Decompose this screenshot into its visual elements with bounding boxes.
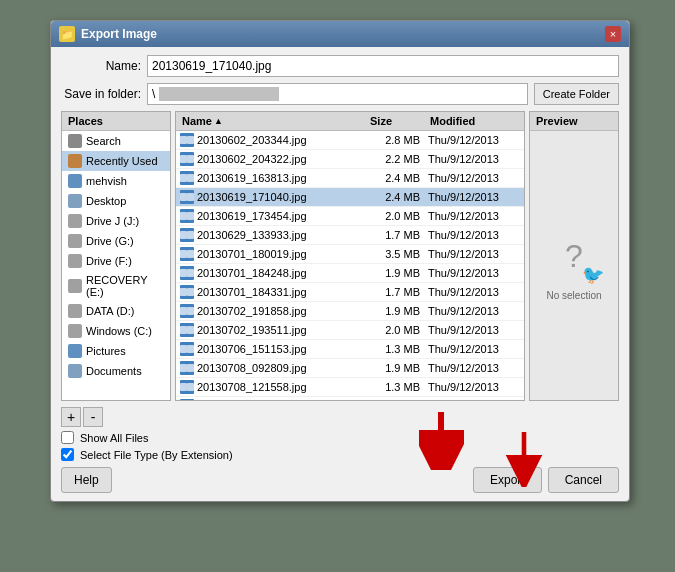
preview-content: ? 🐦 No selection bbox=[546, 131, 601, 400]
places-item-label-drive-j: Drive J (J:) bbox=[86, 215, 139, 227]
places-item-icon-recently-used bbox=[68, 154, 82, 168]
file-size-cell: 1.7 MB bbox=[364, 229, 424, 241]
places-item-icon-documents bbox=[68, 364, 82, 378]
file-modified-cell: Thu/9/12/2013 bbox=[424, 172, 524, 184]
places-item-label-documents: Documents bbox=[86, 365, 142, 377]
places-item-icon-recovery bbox=[68, 279, 82, 293]
file-row[interactable]: 20130702_191858.jpg1.9 MBThu/9/12/2013 bbox=[176, 302, 524, 321]
export-dialog: 📁 Export Image × Name: Save in folder: \… bbox=[50, 20, 630, 502]
file-name-cell: 20130708_121558.jpg bbox=[176, 380, 364, 394]
cancel-button[interactable]: Cancel bbox=[548, 467, 619, 493]
help-button[interactable]: Help bbox=[61, 467, 112, 493]
file-icon bbox=[180, 209, 194, 223]
file-row[interactable]: 20130619_171040.jpg2.4 MBThu/9/12/2013 bbox=[176, 188, 524, 207]
sort-arrow-icon: ▲ bbox=[214, 116, 223, 126]
file-row[interactable]: 20130701_180019.jpg3.5 MBThu/9/12/2013 bbox=[176, 245, 524, 264]
file-icon bbox=[180, 361, 194, 375]
add-place-button[interactable]: + bbox=[61, 407, 81, 427]
create-folder-button[interactable]: Create Folder bbox=[534, 83, 619, 105]
file-modified-cell: Thu/9/12/2013 bbox=[424, 191, 524, 203]
file-row[interactable]: 20130706_151153.jpg1.3 MBThu/9/12/2013 bbox=[176, 340, 524, 359]
file-icon bbox=[180, 304, 194, 318]
places-item-label-data-d: DATA (D:) bbox=[86, 305, 134, 317]
file-name-cell: 20130602_204322.jpg bbox=[176, 152, 364, 166]
files-header: Name ▲ Size Modified bbox=[176, 112, 524, 131]
file-size-cell: 2.8 MB bbox=[364, 134, 424, 146]
file-row[interactable]: 20130619_163813.jpg2.4 MBThu/9/12/2013 bbox=[176, 169, 524, 188]
dialog-titlebar: 📁 Export Image × bbox=[51, 21, 629, 47]
file-row[interactable]: 20130710_111721.jpg1.3 MBThu/9/12/2013 bbox=[176, 397, 524, 400]
file-row[interactable]: 20130708_092809.jpg1.9 MBThu/9/12/2013 bbox=[176, 359, 524, 378]
places-item-icon-pictures bbox=[68, 344, 82, 358]
preview-panel: Preview ? 🐦 No selection bbox=[529, 111, 619, 401]
places-item-recently-used[interactable]: Recently Used bbox=[62, 151, 170, 171]
places-item-icon-drive-j bbox=[68, 214, 82, 228]
name-row: Name: bbox=[61, 55, 619, 77]
file-row[interactable]: 20130708_121558.jpg1.3 MBThu/9/12/2013 bbox=[176, 378, 524, 397]
file-size-cell: 1.3 MB bbox=[364, 381, 424, 393]
file-icon bbox=[180, 247, 194, 261]
file-name-cell: 20130701_184248.jpg bbox=[176, 266, 364, 280]
places-item-data-d[interactable]: DATA (D:) bbox=[62, 301, 170, 321]
folder-row: Save in folder: \ Create Folder bbox=[61, 83, 619, 105]
places-item-windows-c[interactable]: Windows (C:) bbox=[62, 321, 170, 341]
places-item-label-recently-used: Recently Used bbox=[86, 155, 158, 167]
file-modified-cell: Thu/9/12/2013 bbox=[424, 267, 524, 279]
dialog-title: Export Image bbox=[81, 27, 157, 41]
places-item-pictures[interactable]: Pictures bbox=[62, 341, 170, 361]
file-icon bbox=[180, 285, 194, 299]
places-item-drive-j[interactable]: Drive J (J:) bbox=[62, 211, 170, 231]
main-area: Places SearchRecently UsedmehvishDesktop… bbox=[61, 111, 619, 401]
places-item-icon-search bbox=[68, 134, 82, 148]
file-icon bbox=[180, 266, 194, 280]
places-item-icon-windows-c bbox=[68, 324, 82, 338]
file-size-cell: 1.7 MB bbox=[364, 286, 424, 298]
file-icon bbox=[180, 228, 194, 242]
places-item-desktop[interactable]: Desktop bbox=[62, 191, 170, 211]
places-item-drive-f[interactable]: Drive (F:) bbox=[62, 251, 170, 271]
file-modified-cell: Thu/9/12/2013 bbox=[424, 343, 524, 355]
preview-bird-icon: 🐦 bbox=[582, 264, 604, 286]
name-input[interactable] bbox=[147, 55, 619, 77]
file-modified-cell: Thu/9/12/2013 bbox=[424, 248, 524, 260]
close-button[interactable]: × bbox=[605, 26, 621, 42]
places-item-label-recovery: RECOVERY (E:) bbox=[86, 274, 164, 298]
places-item-recovery[interactable]: RECOVERY (E:) bbox=[62, 271, 170, 301]
places-item-search[interactable]: Search bbox=[62, 131, 170, 151]
files-panel: Name ▲ Size Modified 20130602_203344.jpg… bbox=[175, 111, 525, 401]
select-type-checkbox[interactable] bbox=[61, 448, 74, 461]
file-size-cell: 1.3 MB bbox=[364, 343, 424, 355]
file-modified-cell: Thu/9/12/2013 bbox=[424, 229, 524, 241]
places-panel: Places SearchRecently UsedmehvishDesktop… bbox=[61, 111, 171, 401]
remove-place-button[interactable]: - bbox=[83, 407, 103, 427]
file-row[interactable]: 20130701_184248.jpg1.9 MBThu/9/12/2013 bbox=[176, 264, 524, 283]
places-item-drive-g[interactable]: Drive (G:) bbox=[62, 231, 170, 251]
file-row[interactable]: 20130619_173454.jpg2.0 MBThu/9/12/2013 bbox=[176, 207, 524, 226]
file-row[interactable]: 20130602_204322.jpg2.2 MBThu/9/12/2013 bbox=[176, 150, 524, 169]
preview-header: Preview bbox=[530, 112, 618, 131]
dialog-icon: 📁 bbox=[59, 26, 75, 42]
file-row[interactable]: 20130702_193511.jpg2.0 MBThu/9/12/2013 bbox=[176, 321, 524, 340]
places-item-label-pictures: Pictures bbox=[86, 345, 126, 357]
file-name-cell: 20130701_184331.jpg bbox=[176, 285, 364, 299]
file-icon bbox=[180, 133, 194, 147]
places-item-documents[interactable]: Documents bbox=[62, 361, 170, 381]
places-item-label-mehvish: mehvish bbox=[86, 175, 127, 187]
file-name-cell: 20130629_133933.jpg bbox=[176, 228, 364, 242]
file-name-cell: 20130702_191858.jpg bbox=[176, 304, 364, 318]
preview-question-icon: ? bbox=[565, 238, 583, 275]
places-item-mehvish[interactable]: mehvish bbox=[62, 171, 170, 191]
file-modified-cell: Thu/9/12/2013 bbox=[424, 305, 524, 317]
show-files-checkbox[interactable] bbox=[61, 431, 74, 444]
file-icon bbox=[180, 152, 194, 166]
file-name-cell: 20130708_092809.jpg bbox=[176, 361, 364, 375]
file-size-cell: 1.9 MB bbox=[364, 267, 424, 279]
file-row[interactable]: 20130602_203344.jpg2.8 MBThu/9/12/2013 bbox=[176, 131, 524, 150]
file-size-cell: 3.5 MB bbox=[364, 248, 424, 260]
places-item-icon-drive-g bbox=[68, 234, 82, 248]
file-name-cell: 20130706_151153.jpg bbox=[176, 342, 364, 356]
file-icon bbox=[180, 323, 194, 337]
file-row[interactable]: 20130701_184331.jpg1.7 MBThu/9/12/2013 bbox=[176, 283, 524, 302]
file-row[interactable]: 20130629_133933.jpg1.7 MBThu/9/12/2013 bbox=[176, 226, 524, 245]
folder-path[interactable]: \ bbox=[147, 83, 528, 105]
